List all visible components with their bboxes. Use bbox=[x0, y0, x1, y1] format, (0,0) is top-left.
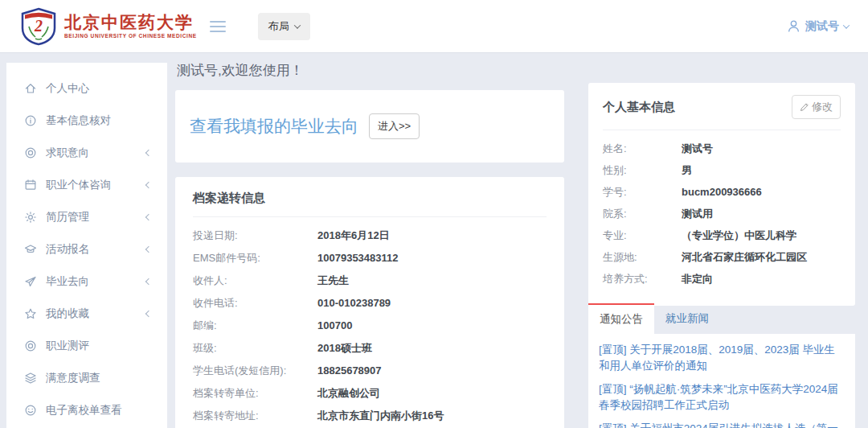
main-content: 测试号,欢迎您使用！ 查看我填报的毕业去向 进入>> 档案递转信息 投递日期: … bbox=[175, 60, 564, 428]
smiley-icon bbox=[24, 404, 37, 417]
news-panel: 通知公告 就业新闻 [置顶] 关于开展2018届、2019届、2023届 毕业生… bbox=[588, 303, 855, 428]
info-row: 学生电话(发短信用): 18825678907 bbox=[193, 360, 547, 382]
user-name: 测试号 bbox=[805, 19, 839, 34]
view-destination-link[interactable]: 查看我填报的毕业去向 bbox=[190, 115, 358, 138]
news-tab-bar: 通知公告 就业新闻 bbox=[588, 303, 855, 334]
target-icon bbox=[24, 340, 37, 352]
row-value: 2018硕士班 bbox=[317, 337, 372, 360]
row-value: 10079353483112 bbox=[317, 247, 399, 270]
sidebar-item-label: 活动报名 bbox=[46, 242, 89, 257]
row-label: 投递日期: bbox=[193, 224, 317, 247]
row-value: 王先生 bbox=[317, 270, 349, 292]
row-label: 专业: bbox=[603, 224, 682, 246]
info-row: EMS邮件号码: 10079353483112 bbox=[193, 247, 547, 270]
sidebar-item[interactable]: 我的收藏 bbox=[6, 298, 167, 330]
info-row: 院系: 测试用 bbox=[603, 203, 841, 224]
row-label: EMS邮件号码: bbox=[193, 247, 317, 270]
university-crest-icon: 2 bbox=[19, 7, 58, 46]
row-value: 100700 bbox=[317, 315, 352, 337]
row-label: 班级: bbox=[193, 337, 317, 360]
info-row: 学号: bucm200936666 bbox=[603, 181, 841, 203]
top-header: 2 北京中医药大学 BEIJING UNIVERSITY OF CHINESE … bbox=[0, 0, 868, 53]
graduation-cap-icon bbox=[24, 243, 37, 256]
sidebar-item-label: 基本信息核对 bbox=[46, 113, 111, 128]
paper-plane-icon bbox=[24, 275, 37, 288]
tab-notices[interactable]: 通知公告 bbox=[588, 303, 654, 334]
info-row: 专业: （专业学位）中医儿科学 bbox=[603, 224, 841, 246]
info-row: 生源地: 河北省石家庄循环化工园区 bbox=[603, 246, 841, 268]
sidebar-item[interactable]: 基本信息核对 bbox=[6, 105, 167, 137]
sidebar-item[interactable]: 活动报名 bbox=[6, 233, 167, 265]
info-row: 收件电话: 010-010238789 bbox=[193, 292, 547, 315]
row-value: 北京融创公司 bbox=[317, 382, 380, 405]
sidebar-item[interactable]: 个人中心 bbox=[6, 72, 167, 105]
user-menu[interactable]: 测试号 bbox=[787, 19, 849, 34]
row-value: 北京市东直门内南小街16号 bbox=[317, 405, 444, 427]
divider bbox=[603, 130, 841, 130]
row-value: （专业学位）中医儿科学 bbox=[682, 224, 796, 246]
sidebar-item-label: 我的收藏 bbox=[46, 307, 89, 321]
personal-info-card: 个人基本信息 修改 姓名: 测试号 性别: 男 学号: bucm20093666… bbox=[588, 83, 855, 306]
tab-employment-news[interactable]: 就业新闻 bbox=[654, 303, 720, 334]
row-value: 非定向 bbox=[682, 268, 713, 290]
info-row: 收件人: 王先生 bbox=[193, 270, 547, 292]
info-row: 性别: 男 bbox=[603, 159, 841, 181]
layout-dropdown-button[interactable]: 布局 bbox=[258, 13, 310, 40]
row-label: 院系: bbox=[603, 203, 682, 224]
info-row: 邮编: 100700 bbox=[193, 315, 547, 337]
info-row: 投递日期: 2018年6月12日 bbox=[193, 224, 547, 247]
chevron-left-icon bbox=[145, 278, 152, 285]
chevron-left-icon bbox=[145, 246, 152, 253]
svg-text:2: 2 bbox=[34, 17, 43, 35]
row-label: 姓名: bbox=[603, 138, 682, 159]
sidebar-item-label: 求职意向 bbox=[46, 146, 89, 160]
university-name-cn: 北京中医药大学 bbox=[64, 14, 197, 32]
personal-info-title: 个人基本信息 bbox=[603, 100, 675, 115]
info-row: 培养方式: 非定向 bbox=[603, 268, 841, 290]
row-value: 2018年6月12日 bbox=[317, 224, 390, 247]
sidebar-item-label: 毕业去向 bbox=[46, 274, 89, 289]
row-label: 邮编: bbox=[193, 315, 317, 337]
row-label: 性别: bbox=[603, 159, 682, 181]
row-label: 收件人: bbox=[193, 270, 317, 292]
news-item-link[interactable]: [置顶] “扬帆起航·筑梦未来”北京中医药大学2024届春季校园招聘工作正式启动 bbox=[599, 381, 845, 414]
divider bbox=[193, 216, 547, 217]
sidebar-item[interactable]: 求职意向 bbox=[6, 137, 167, 169]
row-value: 河北省石家庄循环化工园区 bbox=[682, 246, 807, 268]
info-icon bbox=[24, 114, 37, 127]
university-name-en: BEIJING UNIVERSITY OF CHINESE MEDICINE bbox=[64, 33, 197, 39]
edit-button[interactable]: 修改 bbox=[792, 95, 841, 119]
row-label: 培养方式: bbox=[603, 268, 682, 290]
row-value: 测试号 bbox=[682, 138, 713, 159]
row-value: 010-010238789 bbox=[317, 292, 391, 315]
sidebar-nav: 个人中心 基本信息核对 求职意向 职业个体咨询 简历管理 活动报名 毕业去向 我… bbox=[6, 63, 167, 428]
layers-icon bbox=[24, 372, 37, 385]
news-list: [置顶] 关于开展2018届、2019届、2023届 毕业生和用人单位评价的通知… bbox=[588, 334, 855, 428]
sidebar-item[interactable]: 职业测评 bbox=[6, 330, 167, 362]
sidebar-item-label: 个人中心 bbox=[46, 81, 89, 96]
chevron-left-icon bbox=[145, 311, 152, 317]
pencil-icon bbox=[800, 102, 809, 112]
sidebar-item[interactable]: 职业个体咨询 bbox=[6, 169, 167, 201]
enter-button[interactable]: 进入>> bbox=[369, 113, 420, 139]
home-icon bbox=[24, 82, 37, 95]
news-item-link[interactable]: [置顶] 关于开展2018届、2019届、2023届 毕业生和用人单位评价的通知 bbox=[599, 342, 845, 374]
hamburger-icon[interactable] bbox=[210, 21, 226, 32]
info-row: 姓名: 测试号 bbox=[603, 138, 841, 159]
sidebar-item[interactable]: 简历管理 bbox=[6, 201, 167, 233]
sidebar-item[interactable]: 电子离校单查看 bbox=[6, 394, 167, 426]
info-row: 班级: 2018硕士班 bbox=[193, 337, 547, 360]
archive-transfer-card: 档案递转信息 投递日期: 2018年6月12日 EMS邮件号码: 1007935… bbox=[175, 177, 564, 428]
row-label: 档案转寄地址: bbox=[193, 405, 317, 427]
row-label: 档案转寄单位: bbox=[193, 382, 317, 405]
info-row: 档案转寄地址: 北京市东直门内南小街16号 bbox=[193, 405, 547, 427]
sidebar-item[interactable]: 毕业去向 bbox=[6, 265, 167, 298]
chevron-left-icon bbox=[145, 150, 152, 156]
info-row: 档案转寄单位: 北京融创公司 bbox=[193, 382, 547, 405]
profile-rows: 姓名: 测试号 性别: 男 学号: bucm200936666 院系: 测试用 … bbox=[603, 138, 841, 290]
archive-card-title: 档案递转信息 bbox=[193, 191, 547, 206]
chevron-down-icon bbox=[843, 22, 850, 28]
news-item-link[interactable]: [置顶] 关于福州市2024届引进生拟选拔人选（第一批）公示的公告 bbox=[599, 421, 845, 428]
row-value: bucm200936666 bbox=[682, 181, 762, 203]
sidebar-item[interactable]: 满意度调查 bbox=[6, 362, 167, 394]
